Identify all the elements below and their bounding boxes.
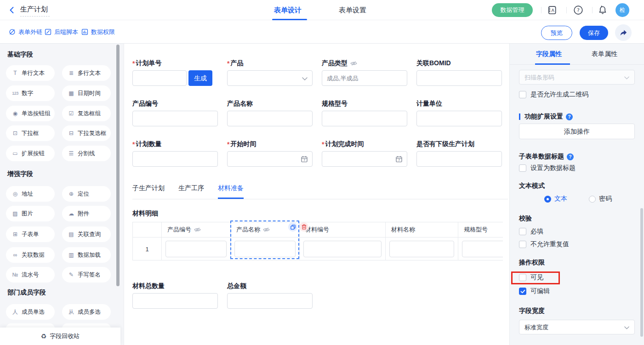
field-product-name[interactable]: 产品名称 bbox=[227, 99, 313, 126]
field-item-multi-line-text[interactable]: ≣多行文本 bbox=[62, 65, 111, 81]
save-button[interactable]: 保存 bbox=[580, 26, 608, 40]
plan-no-input[interactable] bbox=[132, 70, 187, 86]
cell-material-code-input[interactable] bbox=[303, 241, 382, 257]
plan-qty-input[interactable] bbox=[132, 151, 218, 167]
bom-id-input[interactable] bbox=[416, 70, 502, 86]
field-item-serial-number[interactable]: №流水号 bbox=[6, 267, 55, 283]
help-icon[interactable]: ? bbox=[573, 5, 583, 15]
spec-input[interactable] bbox=[322, 111, 407, 126]
field-item-number[interactable]: 123数字 bbox=[6, 85, 55, 101]
field-total-amount[interactable]: 总金额 bbox=[227, 282, 313, 309]
field-item-image[interactable]: ▨图片 bbox=[6, 206, 55, 221]
field-product-type[interactable]: 产品类型 成品,半成品 bbox=[322, 59, 407, 86]
set-data-title-checkbox[interactable]: 设置为数据标题 bbox=[519, 164, 576, 172]
unit-input[interactable] bbox=[416, 111, 502, 126]
field-item-extend-button[interactable]: ▭扩展按钮 bbox=[6, 146, 55, 161]
field-item-divider[interactable]: ☰分割线 bbox=[62, 146, 111, 161]
radio-password[interactable]: 密码 bbox=[589, 195, 612, 203]
signature-icon: ✎ bbox=[68, 271, 74, 278]
external-link-action[interactable]: 表单外链 bbox=[8, 20, 42, 44]
panel-scrollbar[interactable] bbox=[640, 208, 643, 337]
tab-production-process[interactable]: 生产工序 bbox=[178, 184, 204, 199]
tab-form-design[interactable]: 表单设计 bbox=[274, 0, 302, 20]
field-item-member-single[interactable]: 人成员单选 bbox=[6, 304, 55, 320]
field-item-attachment[interactable]: ☁附件 bbox=[62, 206, 111, 221]
product-type-input[interactable]: 成品,半成品 bbox=[322, 70, 407, 86]
field-item-signature[interactable]: ✎手写签名 bbox=[62, 267, 111, 283]
field-item-multi-dropdown[interactable]: ⊟下拉复选框 bbox=[62, 125, 111, 141]
visible-checkbox[interactable]: 可见 bbox=[519, 273, 543, 282]
field-item-member-multi[interactable]: 从成员多选 bbox=[62, 304, 111, 320]
question-circle-icon[interactable]: ? bbox=[566, 113, 573, 120]
col-material-code[interactable]: 材料编号 bbox=[300, 222, 386, 237]
data-permission-action[interactable]: 数据权限 bbox=[81, 20, 115, 44]
add-action-button[interactable]: 添加操作 bbox=[519, 124, 635, 139]
field-item-dropdown[interactable]: ⊡下拉框 bbox=[6, 125, 55, 141]
manual-book-icon[interactable]: A bbox=[547, 5, 557, 15]
backend-script-action[interactable]: 后端脚本 bbox=[44, 20, 78, 44]
field-finish-time[interactable]: *计划完成时间 7 bbox=[322, 140, 407, 167]
user-avatar[interactable]: 检 bbox=[616, 3, 629, 17]
share-button[interactable] bbox=[615, 24, 632, 41]
copy-column-button[interactable] bbox=[288, 222, 297, 232]
product-select[interactable] bbox=[227, 70, 313, 86]
material-detail-table[interactable]: 产品编号 产品名称 材料编号 材料名称 规格型号 1 bbox=[132, 222, 503, 260]
field-plan-no[interactable]: *计划单号 生成 bbox=[132, 59, 218, 86]
form-canvas[interactable]: *计划单号 生成 *产品 产品类型 成品,半成品 关联BOMID 产品编号 产品… bbox=[124, 44, 509, 345]
editable-checkbox[interactable]: 可编辑 bbox=[519, 287, 550, 295]
field-item-checkbox-group[interactable]: ☑复选框组 bbox=[62, 106, 111, 121]
sidebar-scrollbar[interactable] bbox=[116, 45, 120, 286]
field-product-code[interactable]: 产品编号 bbox=[132, 99, 218, 126]
col-product-code[interactable]: 产品编号 bbox=[162, 222, 231, 237]
field-item-datetime[interactable]: ▦日期时间 bbox=[62, 85, 111, 101]
delete-column-button[interactable] bbox=[299, 222, 308, 232]
col-spec-model[interactable]: 规格型号 bbox=[458, 222, 503, 237]
field-unit[interactable]: 计量单位 bbox=[416, 99, 502, 126]
finish-time-input[interactable]: 7 bbox=[322, 151, 407, 167]
qr-code-checkbox[interactable]: 是否允许生成二维码 bbox=[519, 90, 588, 99]
cell-product-name-input[interactable] bbox=[234, 241, 296, 257]
tab-form-properties[interactable]: 表单属性 bbox=[592, 44, 617, 65]
tab-field-properties[interactable]: 字段属性 bbox=[536, 44, 562, 65]
field-item-location[interactable]: ⊕定位 bbox=[62, 186, 111, 202]
preview-button[interactable]: 预览 bbox=[541, 26, 572, 40]
generate-button[interactable]: 生成 bbox=[188, 70, 212, 86]
field-start-time[interactable]: *开始时间 7 bbox=[227, 140, 313, 167]
field-item-linked-query[interactable]: ▤关联查询 bbox=[62, 226, 111, 242]
required-checkbox[interactable]: 必填 bbox=[519, 227, 543, 236]
data-manage-button[interactable]: 数据管理 bbox=[492, 3, 533, 17]
tab-sub-production-plan[interactable]: 子生产计划 bbox=[132, 184, 165, 199]
field-item-single-line-text[interactable]: T单行文本 bbox=[6, 65, 55, 81]
col-material-name[interactable]: 材料名称 bbox=[386, 222, 458, 237]
field-item-address[interactable]: ◎地址 bbox=[6, 186, 55, 202]
field-width-select[interactable]: 标准宽度 bbox=[519, 320, 635, 334]
question-circle-icon[interactable]: ? bbox=[567, 153, 574, 160]
field-has-sub-plan[interactable]: 是否有下级生产计划 bbox=[416, 140, 502, 167]
barcode-select[interactable]: 扫描条形码 bbox=[519, 70, 635, 85]
tab-form-settings[interactable]: 表单设置 bbox=[339, 0, 366, 20]
notification-bell-icon[interactable] bbox=[598, 5, 608, 15]
total-amount-input[interactable] bbox=[227, 293, 313, 309]
field-item-data-load[interactable]: ▥数据加载 bbox=[62, 247, 111, 263]
tab-material-preparation[interactable]: 材料准备 bbox=[218, 184, 244, 199]
field-plan-qty[interactable]: *计划数量 bbox=[132, 140, 218, 167]
start-time-input[interactable]: 7 bbox=[227, 151, 313, 167]
no-duplicate-checkbox[interactable]: 不允许重复值 bbox=[519, 240, 569, 249]
cell-product-code-input[interactable] bbox=[165, 241, 227, 257]
back-button[interactable] bbox=[7, 6, 17, 15]
field-material-total-qty[interactable]: 材料总数量 bbox=[132, 282, 218, 309]
has-sub-plan-input[interactable] bbox=[416, 151, 502, 167]
cell-spec-model-input[interactable] bbox=[462, 241, 503, 257]
field-product[interactable]: *产品 bbox=[227, 59, 313, 86]
field-recycle-bin[interactable]: ♻ 字段回收站 bbox=[0, 328, 120, 345]
field-spec[interactable]: 规格型号 bbox=[322, 99, 407, 126]
field-bom-id[interactable]: 关联BOMID bbox=[416, 59, 502, 86]
radio-text[interactable]: 文本 bbox=[544, 195, 567, 203]
product-name-input[interactable] bbox=[227, 111, 313, 126]
field-item-subform[interactable]: ⊞子表单 bbox=[6, 226, 55, 242]
material-total-qty-input[interactable] bbox=[132, 293, 218, 309]
field-item-radio-group[interactable]: ◉单选按钮组 bbox=[6, 106, 55, 121]
product-code-input[interactable] bbox=[132, 111, 218, 126]
cell-material-name-input[interactable] bbox=[389, 241, 454, 257]
field-item-linked-data[interactable]: ∞关联数据 bbox=[6, 247, 55, 263]
